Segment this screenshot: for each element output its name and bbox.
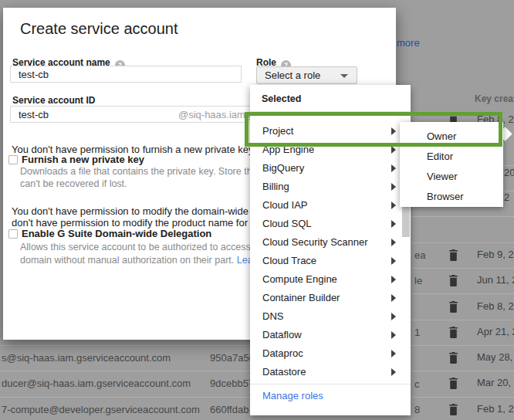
submenu-item-label: Browser — [427, 191, 464, 202]
submenu-arrow-icon — [391, 313, 396, 320]
table-row: ea Feb 9, 20 — [411, 242, 514, 268]
key-id-fragment: 8 — [414, 404, 420, 415]
menu-item-label: Cloud IAP — [262, 199, 308, 211]
submenu-arrow-icon — [391, 202, 396, 209]
key-creation-date: Jun 11, 2 — [477, 274, 514, 286]
furnish-key-checkbox[interactable] — [8, 155, 18, 164]
table-row: 1 Apr 21, 2 — [411, 320, 514, 345]
menu-item-label: Compute Engine — [262, 273, 337, 285]
menu-header-selected: Selected — [250, 90, 411, 108]
delete-key-icon[interactable] — [448, 404, 458, 415]
screen: more Key creat Feb 8, 20 20 2 ea Feb 9, … — [0, 0, 514, 420]
menu-item[interactable]: Compute Engine — [250, 270, 411, 289]
key-creation-date: Feb 8, 20 — [477, 300, 514, 312]
delete-key-icon[interactable] — [448, 378, 458, 389]
manage-roles-link[interactable]: Manage roles — [250, 384, 411, 401]
submenu-arrow-icon — [391, 183, 396, 191]
submenu-arrow-icon — [391, 257, 396, 265]
furnish-key-description-line1: Downloads a file that contains the priva… — [20, 166, 267, 177]
submenu-item[interactable]: Browser — [400, 187, 503, 207]
learn-more-link[interactable]: more — [397, 37, 420, 49]
menu-item[interactable]: Datastore — [250, 363, 411, 381]
menu-item-label: Dataflow — [262, 329, 302, 340]
submenu-arrow-icon — [391, 294, 396, 302]
submenu-arrow-icon — [391, 331, 396, 339]
input-value: test-cb — [19, 109, 49, 120]
delete-key-icon[interactable] — [448, 275, 458, 286]
menu-item[interactable]: Cloud SQL — [250, 215, 411, 233]
key-creation-date: May 28, — [477, 351, 512, 363]
service-account-email: ducer@siq-haas.iam.gserviceaccount.com — [2, 378, 191, 389]
table-row: s@siq-haas.iam.gserviceaccount.com 950a7… — [0, 345, 250, 371]
submenu-item[interactable]: Editor — [400, 147, 503, 167]
service-account-email: s@siq-haas.iam.gserviceaccount.com — [2, 352, 171, 364]
key-table-rows: ea Feb 9, 20 le Jun 11, 2 Feb 8, 20 1 Ap… — [411, 242, 514, 420]
date-fragment: 2 — [504, 191, 509, 203]
domain-permission-note-line2: don't have permission to modify the prod… — [12, 217, 259, 229]
input-value: test-cb — [19, 69, 49, 80]
submenu-arrow-icon — [391, 239, 396, 246]
key-creation-date: Mar 20, 2 — [477, 377, 514, 388]
menu-item-label: Cloud Security Scanner — [262, 236, 368, 248]
gsuite-delegation-checkbox[interactable] — [8, 229, 18, 239]
service-account-rows: s@siq-haas.iam.gserviceaccount.com 950a7… — [0, 345, 250, 420]
key-id: 950a7a56 — [210, 352, 250, 364]
menu-item[interactable]: Cloud IAP — [250, 196, 411, 215]
key-id: 9dcebb57 — [210, 378, 250, 389]
description-text: domain without manual authorization on t… — [20, 255, 237, 266]
key-creation-column-header: Key creat — [475, 93, 514, 104]
gsuite-description-line1: Allows this service account to be author… — [20, 242, 263, 252]
gsuite-delegation-label[interactable]: Enable G Suite Domain-wide Delegation — [22, 228, 211, 239]
menu-item-label: Dataproc — [262, 347, 303, 359]
date-fragment: 20 — [504, 167, 514, 178]
gsuite-description-line2: domain without manual authorization on t… — [20, 255, 262, 266]
domain-permission-note-line1: You don't have permission to modify the … — [12, 205, 257, 217]
role-select-dropdown[interactable]: Select a role — [256, 66, 357, 84]
submenu-arrow-icon — [391, 368, 396, 376]
key-id-fragment: 1 — [414, 327, 420, 338]
delete-key-icon[interactable] — [448, 301, 458, 313]
table-row: Feb 8, 20 — [411, 294, 514, 320]
service-account-id-label: Service account ID — [12, 95, 95, 106]
submenu-arrow-icon — [391, 220, 396, 228]
menu-item-label: Cloud SQL — [262, 218, 312, 229]
selected-role-value: Select a role — [265, 69, 320, 81]
table-row: c Mar 20, 2 — [411, 371, 514, 396]
table-row: ducer@siq-haas.iam.gserviceaccount.com 9… — [0, 371, 250, 396]
key-creation-date: Apr 21, 2 — [477, 326, 514, 337]
table-row: 8 Feb 1, 20 — [411, 397, 514, 420]
delete-key-icon[interactable] — [448, 327, 458, 338]
submenu-arrow-icon — [391, 164, 396, 172]
key-id-fragment: ea — [414, 249, 425, 261]
submenu-item[interactable]: Viewer — [400, 167, 503, 187]
menu-item[interactable]: DNS — [250, 307, 411, 326]
menu-items: Project App Engine BigQuery Billing Clou… — [250, 122, 411, 381]
menu-item[interactable]: Cloud Security Scanner — [250, 233, 411, 252]
delete-key-icon[interactable] — [448, 249, 458, 261]
furnish-key-label[interactable]: Furnish a new private key — [22, 154, 144, 165]
submenu-item-label: Viewer — [427, 171, 458, 182]
submenu-arrow-icon — [391, 276, 396, 283]
menu-item-label: Container Builder — [262, 292, 340, 303]
menu-item[interactable]: Dataproc — [250, 344, 411, 363]
submenu-arrow-icon — [391, 350, 396, 357]
service-account-name-input[interactable]: test-cb — [10, 66, 242, 83]
table-row: le Jun 11, 2 — [411, 268, 514, 293]
caret-down-icon — [340, 74, 348, 78]
submenu-item-label: Editor — [427, 151, 453, 162]
menu-item[interactable]: Cloud Trace — [250, 252, 411, 270]
table-row: May 28, — [411, 345, 514, 371]
menu-item-label: Cloud Trace — [262, 255, 316, 266]
menu-item[interactable]: Dataflow — [250, 326, 411, 344]
menu-item[interactable]: Container Builder — [250, 289, 411, 307]
menu-item-label: Billing — [262, 181, 289, 192]
key-id: 660ffdab — [210, 404, 249, 415]
delete-key-icon[interactable] — [448, 352, 458, 364]
furnish-key-description-line2: can't be recovered if lost. — [20, 178, 127, 189]
menu-item[interactable]: BigQuery — [250, 159, 411, 178]
submenu-arrow-icon — [391, 146, 396, 154]
annotation-box — [245, 112, 502, 147]
menu-item[interactable]: Billing — [250, 178, 411, 196]
key-creation-date: Feb 9, 20 — [477, 249, 514, 260]
table-row: 7-compute@developer.gserviceaccount.com … — [0, 397, 250, 420]
